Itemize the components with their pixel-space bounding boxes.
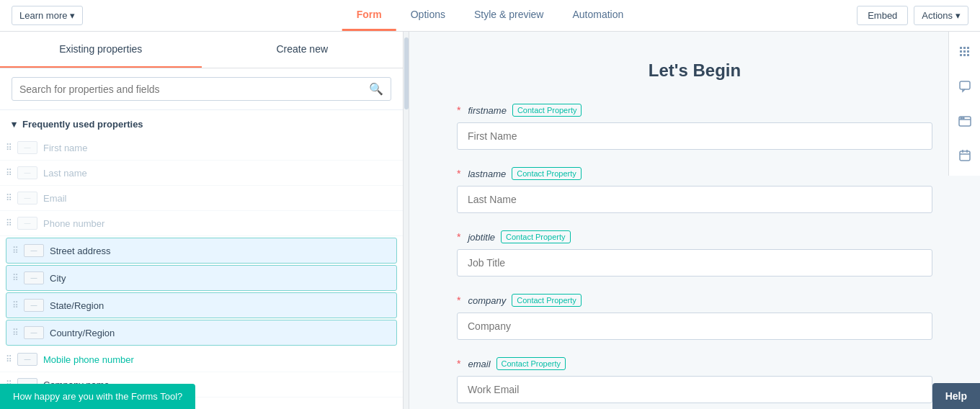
field-label: Street address: [50, 246, 111, 256]
field-label-row-company: * company Contact Property: [457, 294, 932, 307]
field-group-lastname: * lastname Contact Property: [457, 167, 932, 213]
chevron-down-icon: ▾: [70, 10, 75, 21]
comment-icon[interactable]: [953, 75, 976, 98]
field-key-email: email: [468, 359, 490, 369]
svg-rect-6: [960, 54, 962, 56]
drag-handle-icon: ⠿: [6, 218, 13, 228]
section-header-frequently-used[interactable]: ▾ Frequently used properties: [0, 110, 403, 135]
contact-property-badge-lastname: Contact Property: [512, 167, 582, 180]
drag-handle-icon: ⠿: [6, 354, 13, 364]
search-bar: 🔍: [0, 68, 403, 110]
drag-handle-icon: ⠿: [12, 300, 19, 310]
email-input[interactable]: [457, 376, 932, 403]
field-type-icon: —: [24, 299, 44, 312]
tab-existing-properties[interactable]: Existing properties: [0, 32, 202, 68]
property-item-first-name[interactable]: ⠿ — First name: [0, 135, 403, 161]
required-indicator: *: [457, 104, 460, 116]
feedback-banner[interactable]: How happy are you with the Forms Tool?: [0, 384, 195, 409]
property-item-phone-number[interactable]: ⠿ — Phone number: [0, 211, 403, 236]
tab-create-new[interactable]: Create new: [202, 32, 404, 68]
help-button[interactable]: Help: [932, 383, 980, 409]
field-label-row-lastname: * lastname Contact Property: [457, 167, 932, 180]
svg-rect-7: [963, 54, 966, 56]
svg-rect-2: [967, 47, 969, 49]
contact-property-badge-email: Contact Property: [496, 357, 566, 370]
form-canvas: Let's Begin * firstname Contact Property…: [414, 32, 976, 409]
field-type-icon: —: [24, 326, 44, 339]
property-item-country-region[interactable]: ⠿ — Country/Region: [6, 320, 397, 346]
tab-automation[interactable]: Automation: [558, 0, 638, 31]
field-label: Email: [43, 193, 67, 204]
svg-point-13: [963, 117, 964, 119]
property-item-city[interactable]: ⠿ — City: [6, 265, 397, 291]
drag-handle-icon: ⠿: [6, 193, 13, 203]
svg-rect-1: [963, 47, 966, 49]
jobtitle-input[interactable]: [457, 249, 932, 277]
drag-handle-icon: ⠿: [12, 246, 19, 256]
search-icon[interactable]: 🔍: [369, 82, 383, 96]
main-layout: Existing properties Create new 🔍 ▾ Frequ…: [0, 32, 980, 409]
field-label: First name: [43, 143, 87, 153]
svg-rect-3: [960, 50, 962, 53]
property-item-street-address[interactable]: ⠿ — Street address: [6, 238, 397, 264]
svg-rect-4: [963, 50, 966, 53]
field-key-lastname: lastname: [468, 168, 506, 179]
search-input[interactable]: [19, 84, 369, 95]
search-input-wrapper: 🔍: [12, 77, 391, 101]
contact-property-badge-company: Contact Property: [512, 294, 582, 307]
browser-icon[interactable]: [953, 109, 976, 132]
nav-tabs: Form Options Style & preview Automation: [342, 0, 638, 31]
tab-options[interactable]: Options: [396, 0, 460, 31]
learn-more-label: Learn more: [19, 10, 67, 21]
svg-rect-14: [960, 151, 970, 161]
field-group-firstname: * firstname Contact Property: [457, 104, 932, 150]
drag-handle-icon: ⠿: [6, 143, 13, 153]
svg-rect-0: [960, 47, 962, 49]
field-label: Phone number: [43, 218, 104, 229]
contact-property-badge-firstname: Contact Property: [512, 104, 582, 117]
field-type-icon: —: [17, 353, 37, 366]
required-indicator: *: [457, 295, 460, 306]
left-panel: Existing properties Create new 🔍 ▾ Frequ…: [0, 32, 404, 409]
property-item-last-name[interactable]: ⠿ — Last name: [0, 161, 403, 186]
field-label: Country/Region: [50, 328, 115, 338]
field-type-icon: —: [17, 141, 37, 154]
field-group-jobtitle: * jobtitle Contact Property: [457, 230, 932, 277]
left-panel-scrollbar[interactable]: [404, 32, 409, 409]
drag-handle-icon: ⠿: [6, 168, 13, 178]
field-type-icon: —: [17, 166, 37, 179]
field-type-icon: —: [17, 217, 37, 230]
section-label: Frequently used properties: [22, 119, 143, 130]
right-panel: Let's Begin * firstname Contact Property…: [409, 32, 980, 409]
tab-style-preview[interactable]: Style & preview: [460, 0, 558, 31]
lastname-input[interactable]: [457, 186, 932, 213]
field-group-company: * company Contact Property: [457, 294, 932, 340]
svg-rect-8: [967, 54, 969, 56]
form-title: Let's Begin: [457, 60, 932, 81]
embed-button[interactable]: Embed: [857, 6, 908, 25]
grid-icon[interactable]: [953, 40, 976, 63]
actions-button[interactable]: Actions ▾: [914, 6, 968, 25]
property-item-email[interactable]: ⠿ — Email: [0, 186, 403, 211]
company-input[interactable]: [457, 313, 932, 340]
chevron-down-icon: ▾: [12, 119, 17, 130]
top-nav: Learn more ▾ Form Options Style & previe…: [0, 0, 980, 32]
property-item-state-region[interactable]: ⠿ — State/Region: [6, 292, 397, 318]
svg-point-12: [961, 117, 962, 119]
calendar-icon[interactable]: [953, 144, 976, 167]
property-item-mobile-phone[interactable]: ⠿ — Mobile phone number: [0, 347, 403, 372]
svg-rect-5: [967, 50, 969, 53]
field-type-icon: —: [24, 244, 44, 257]
field-key-firstname: firstname: [468, 105, 506, 116]
drag-handle-icon: ⠿: [12, 273, 19, 283]
firstname-input[interactable]: [457, 122, 932, 150]
drag-handle-icon: ⠿: [12, 328, 19, 338]
learn-more-button[interactable]: Learn more ▾: [12, 6, 83, 25]
contact-property-badge-jobtitle: Contact Property: [501, 230, 571, 243]
scroll-thumb: [404, 37, 409, 109]
field-label-row-jobtitle: * jobtitle Contact Property: [457, 230, 932, 243]
tab-form[interactable]: Form: [342, 0, 396, 31]
field-label-row-firstname: * firstname Contact Property: [457, 104, 932, 117]
required-indicator: *: [457, 168, 460, 179]
required-indicator: *: [457, 358, 460, 369]
